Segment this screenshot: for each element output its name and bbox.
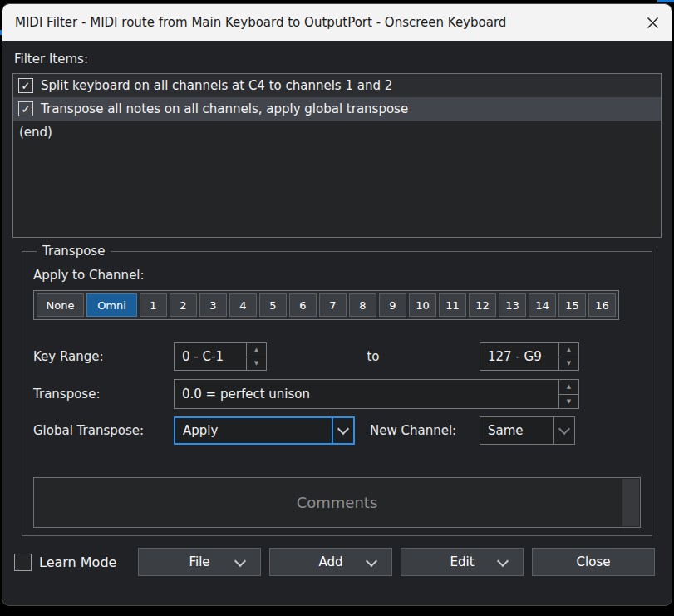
- comments-placeholder: Comments: [297, 494, 378, 511]
- filter-item-row[interactable]: ✓Transpose all notes on all channels, ap…: [13, 97, 661, 121]
- channel-button-1[interactable]: 1: [140, 293, 167, 317]
- spin-up-icon[interactable]: ▲: [559, 380, 578, 395]
- button-label: File: [189, 554, 209, 569]
- channel-button-3[interactable]: 3: [199, 293, 227, 317]
- spin-down-icon[interactable]: ▼: [247, 357, 266, 371]
- spin-down-icon[interactable]: ▼: [559, 357, 578, 371]
- channel-button-12[interactable]: 12: [469, 293, 496, 317]
- channel-button-15[interactable]: 15: [558, 293, 586, 317]
- global-transpose-value: Apply: [175, 418, 332, 443]
- transpose-value[interactable]: 0.0 = perfect unison: [175, 380, 558, 408]
- channel-button-9[interactable]: 9: [379, 293, 406, 317]
- footer-bar: Learn Mode FileAddEditClose: [12, 536, 662, 576]
- key-range-to-value[interactable]: 127 - G9: [480, 343, 558, 370]
- button-label: Edit: [450, 554, 474, 569]
- global-transpose-select[interactable]: Apply: [174, 416, 355, 445]
- list-end-marker: (end): [13, 121, 661, 144]
- key-range-from-value[interactable]: 0 - C-1: [175, 343, 246, 370]
- transpose-spinner[interactable]: 0.0 = perfect unison ▲ ▼: [174, 379, 579, 409]
- filter-item-checkbox[interactable]: ✓: [18, 101, 33, 116]
- apply-to-channel-label: Apply to Channel:: [33, 268, 641, 283]
- chevron-down-icon: [366, 555, 377, 567]
- comments-scrollbar[interactable]: [622, 479, 639, 526]
- channel-button-6[interactable]: 6: [289, 293, 317, 317]
- key-range-to-label: to: [267, 349, 480, 364]
- channel-button-16[interactable]: 16: [588, 293, 616, 317]
- edit-button[interactable]: Edit: [401, 548, 524, 576]
- global-transpose-label: Global Transpose:: [33, 423, 174, 438]
- spin-down-icon[interactable]: ▼: [559, 395, 578, 409]
- channel-button-omni[interactable]: Omni: [86, 293, 137, 317]
- channel-button-2[interactable]: 2: [170, 293, 197, 317]
- key-range-to-spinner[interactable]: 127 - G9 ▲ ▼: [480, 342, 579, 371]
- chevron-down-icon: [234, 555, 246, 567]
- comments-field[interactable]: Comments: [33, 477, 641, 528]
- window-edge-accent-top-right: [657, 0, 674, 2]
- close-button[interactable]: [633, 4, 672, 41]
- key-range-row: Key Range: 0 - C-1 ▲ ▼ to 127 - G9 ▲ ▼: [33, 342, 641, 371]
- filter-item-label: Split keyboard on all channels at C4 to …: [41, 78, 392, 93]
- channel-button-10[interactable]: 10: [409, 293, 436, 317]
- chevron-down-icon: [558, 423, 570, 435]
- add-button[interactable]: Add: [269, 548, 392, 576]
- channel-button-7[interactable]: 7: [319, 293, 347, 317]
- chevron-down-icon: [337, 423, 349, 435]
- close-icon: [647, 17, 659, 29]
- dialog-body: Filter Items: ✓Split keyboard on all cha…: [2, 41, 672, 605]
- learn-mode-label: Learn Mode: [39, 554, 116, 570]
- channel-button-none[interactable]: None: [37, 293, 84, 317]
- footer-buttons: FileAddEditClose: [138, 548, 655, 576]
- learn-mode-checkbox[interactable]: [14, 554, 32, 571]
- learn-mode-toggle[interactable]: Learn Mode: [14, 554, 116, 571]
- channel-selector: NoneOmni12345678910111213141516: [33, 290, 619, 320]
- transpose-label: Transpose:: [33, 387, 174, 402]
- new-channel-select[interactable]: Same: [480, 416, 575, 445]
- channel-button-4[interactable]: 4: [229, 293, 257, 317]
- filter-items-list[interactable]: ✓Split keyboard on all channels at C4 to…: [12, 73, 662, 238]
- transpose-group: Transpose Apply to Channel: NoneOmni1234…: [22, 244, 652, 536]
- button-label: Close: [577, 554, 611, 569]
- close-button[interactable]: Close: [532, 548, 655, 576]
- spin-up-icon[interactable]: ▲: [247, 343, 266, 357]
- channel-button-5[interactable]: 5: [259, 293, 287, 317]
- channel-button-8[interactable]: 8: [349, 293, 376, 317]
- window-title: MIDI Filter - MIDI route from Main Keybo…: [2, 15, 633, 30]
- spin-up-icon[interactable]: ▲: [559, 343, 578, 357]
- filter-items-label: Filter Items:: [14, 52, 660, 67]
- transpose-row: Transpose: 0.0 = perfect unison ▲ ▼: [33, 379, 641, 409]
- chevron-down-icon: [497, 555, 509, 567]
- button-label: Add: [318, 554, 342, 569]
- transpose-group-title: Transpose: [37, 244, 111, 259]
- new-channel-label: New Channel:: [370, 423, 480, 438]
- channel-button-14[interactable]: 14: [529, 293, 556, 317]
- file-button[interactable]: File: [138, 548, 261, 576]
- key-range-label: Key Range:: [33, 349, 174, 364]
- title-bar[interactable]: MIDI Filter - MIDI route from Main Keybo…: [2, 4, 672, 41]
- filter-item-label: Transpose all notes on all channels, app…: [41, 101, 408, 116]
- filter-item-checkbox[interactable]: ✓: [18, 78, 33, 93]
- key-range-from-spinner[interactable]: 0 - C-1 ▲ ▼: [174, 342, 267, 371]
- global-transpose-row: Global Transpose: Apply New Channel: Sam…: [33, 416, 641, 445]
- desktop-background: MIDI Filter - MIDI route from Main Keybo…: [0, 0, 674, 616]
- channel-button-13[interactable]: 13: [499, 293, 526, 317]
- new-channel-value: Same: [480, 417, 553, 444]
- channel-button-11[interactable]: 11: [439, 293, 466, 317]
- filter-item-row[interactable]: ✓Split keyboard on all channels at C4 to…: [13, 74, 661, 97]
- midi-filter-dialog: MIDI Filter - MIDI route from Main Keybo…: [2, 3, 672, 606]
